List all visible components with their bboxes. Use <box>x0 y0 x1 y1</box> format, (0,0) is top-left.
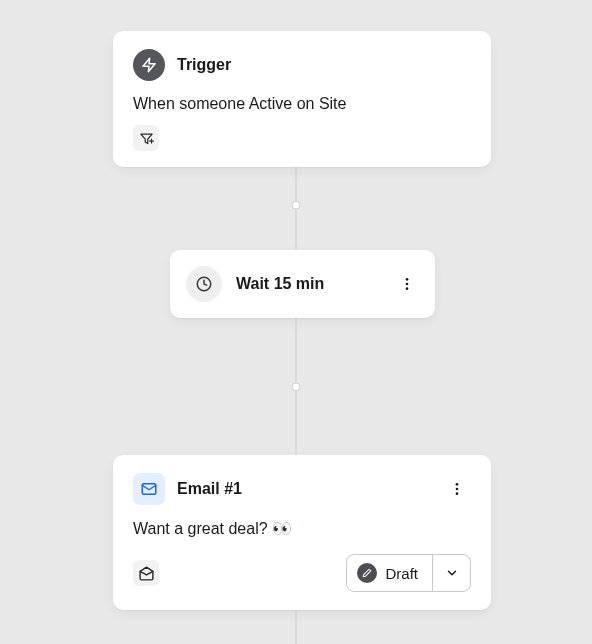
svg-point-3 <box>406 283 409 286</box>
add-step-dot[interactable] <box>292 383 301 392</box>
svg-point-6 <box>456 483 459 486</box>
more-vertical-icon <box>449 481 465 497</box>
wait-card[interactable]: Wait 15 min <box>170 250 435 318</box>
lightning-icon <box>133 49 165 81</box>
more-vertical-icon <box>399 276 415 292</box>
more-button[interactable] <box>443 475 471 503</box>
wait-label: Wait 15 min <box>236 275 393 293</box>
add-step-dot[interactable] <box>292 201 301 210</box>
email-title: Email #1 <box>177 480 443 498</box>
email-card[interactable]: Email #1 Want a great deal? 👀 <box>113 455 491 610</box>
trigger-description: When someone Active on Site <box>133 95 471 113</box>
email-icon <box>133 473 165 505</box>
clock-icon <box>186 266 222 302</box>
flow-canvas[interactable]: Trigger When someone Active on Site Wait… <box>0 0 592 644</box>
filter-chip[interactable] <box>133 125 159 151</box>
email-footer: Draft <box>133 554 471 592</box>
trigger-card[interactable]: Trigger When someone Active on Site <box>113 31 491 167</box>
chevron-down-icon <box>445 566 459 580</box>
trigger-title: Trigger <box>177 56 231 74</box>
svg-point-4 <box>406 287 409 290</box>
status-caret-button[interactable] <box>432 555 470 591</box>
status-button[interactable]: Draft <box>347 555 432 591</box>
open-envelope-icon <box>138 565 155 582</box>
email-header: Email #1 <box>133 473 471 505</box>
status-dropdown[interactable]: Draft <box>346 554 471 592</box>
status-label: Draft <box>385 565 418 582</box>
svg-point-2 <box>406 278 409 281</box>
pencil-circle-icon <box>357 563 377 583</box>
svg-marker-0 <box>143 58 155 71</box>
svg-point-8 <box>456 492 459 495</box>
trigger-header: Trigger <box>133 49 471 81</box>
svg-point-7 <box>456 488 459 491</box>
email-subject: Want a great deal? 👀 <box>133 519 471 538</box>
filter-icon <box>139 131 154 146</box>
more-button[interactable] <box>393 270 421 298</box>
open-email-chip[interactable] <box>133 560 159 586</box>
